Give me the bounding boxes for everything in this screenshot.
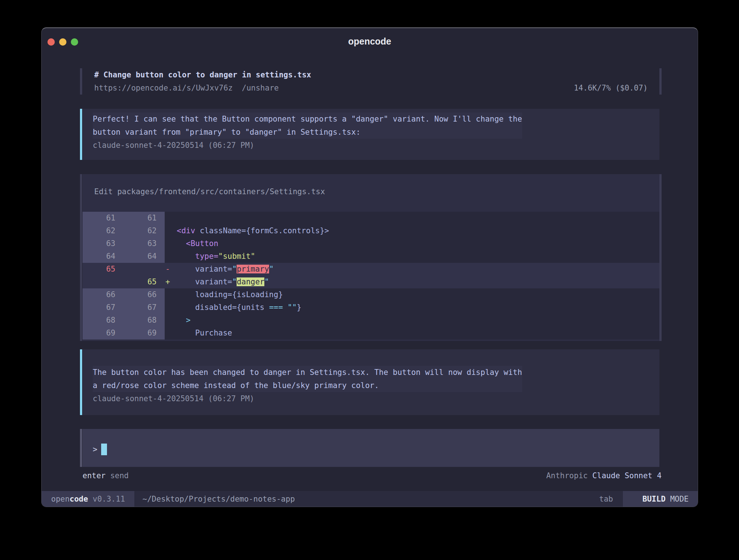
diff-code-line: <div className={formCs.controls}> (177, 225, 659, 237)
code-token: variant= (177, 277, 232, 286)
code-token (177, 252, 195, 261)
message-line: The button color has been changed to dan… (93, 366, 522, 379)
message-line: button variant from "primary" to "danger… (93, 126, 522, 139)
diff-old-line-number: 66 (83, 288, 123, 301)
code-token: type= (195, 252, 218, 261)
code-token: } (297, 303, 302, 312)
send-action-hint (106, 469, 110, 482)
diff-new-line-number: 63 (123, 237, 165, 250)
diff-old-line-number: 61 (83, 212, 123, 225)
app-version-segment: opencode v0.3.11 (42, 491, 134, 507)
model-provider: Anthropic (546, 471, 588, 480)
prompt-input[interactable]: > (83, 429, 659, 467)
message-lines: Perfect! I can see that the Button compo… (93, 112, 522, 139)
code-token: <div (177, 226, 195, 235)
diff-old-line-number: 65 (83, 263, 123, 276)
message-line: a red/rose color scheme instead of the b… (93, 379, 522, 392)
edit-tool-card: Edit packages/frontend/src/containers/Se… (83, 174, 659, 341)
edit-tool-title: Edit packages/frontend/src/containers/Se… (83, 174, 659, 198)
diff-row: 6868 > (83, 314, 659, 327)
message-accent-border (80, 109, 82, 160)
diff-marker: + (165, 276, 177, 288)
message-meta: claude-sonnet-4-20250514 (06:27 PM) (93, 392, 649, 405)
diff-row: 65+ variant="danger" (83, 276, 659, 288)
code-token: loading={isLoading} (177, 290, 283, 299)
diff-row: 6363 <Button (83, 237, 659, 250)
app-window: opencode # Change button color to danger… (41, 27, 698, 507)
send-action-label: send (110, 469, 129, 482)
diff-old-line-number: 64 (83, 250, 123, 263)
diff-new-line-number (123, 263, 165, 276)
diff-marker (165, 237, 177, 250)
working-directory: ~/Desktop/Projects/demo-notes-app (134, 491, 295, 507)
diff-new-line-number: 62 (123, 225, 165, 237)
diff-code-line: loading={isLoading} (177, 288, 659, 301)
code-token: danger (237, 277, 264, 286)
diff-row: 6464 type="submit" (83, 250, 659, 263)
status-bar: opencode v0.3.11 ~/Desktop/Projects/demo… (42, 491, 698, 507)
header-left-border (80, 68, 82, 95)
code-token: variant= (177, 265, 232, 273)
diff-code-line: variant="danger" (177, 276, 659, 288)
code-token: "" (287, 303, 296, 312)
diff-row: 65- variant="primary" (83, 263, 659, 276)
message-accent-border (80, 349, 82, 415)
enter-key-hint: enter (83, 469, 106, 482)
diff-marker (165, 212, 177, 225)
mode-label-bold: BUILD (643, 495, 666, 503)
diff-old-line-number: 69 (83, 327, 123, 340)
edit-right-border (659, 174, 662, 341)
text-cursor (101, 444, 107, 455)
diff-new-line-number: 67 (123, 301, 165, 314)
diff-new-line-number: 65 (123, 276, 165, 288)
diff-old-line-number (83, 276, 123, 288)
model-indicator: Anthropic Claude Sonnet 4 (546, 469, 662, 482)
diff-old-line-number: 63 (83, 237, 123, 250)
diff-marker (165, 301, 177, 314)
diff-marker (165, 327, 177, 340)
code-token (177, 239, 186, 248)
titlebar: opencode (42, 28, 698, 54)
diff-code-line: Purchase (177, 327, 659, 340)
code-token: === (269, 303, 283, 312)
diff-row: 6161 (83, 212, 659, 225)
diff-code-line: type="submit" (177, 250, 659, 263)
session-header: # Change button color to danger in setti… (83, 68, 659, 95)
mode-segment[interactable]: BUILD MODE (623, 491, 698, 507)
diff-old-line-number: 68 (83, 314, 123, 327)
model-name: Claude Sonnet 4 (588, 471, 662, 480)
code-token: primary (237, 265, 269, 273)
diff-marker (165, 250, 177, 263)
diff-marker: - (165, 263, 177, 276)
share-url[interactable]: https://opencode.ai/s/UwJxv76z (94, 81, 233, 95)
mode-label-rest: MODE (666, 495, 689, 503)
edit-left-border (80, 174, 82, 341)
code-token: > (177, 316, 191, 325)
diff-code-line: disabled={units === ""} (177, 301, 659, 314)
token-usage: 14.6K/7% ($0.07) (574, 81, 648, 95)
diff-row: 6666 loading={isLoading} (83, 288, 659, 301)
message-meta: claude-sonnet-4-20250514 (06:27 PM) (93, 139, 649, 152)
prompt-symbol: > (93, 443, 97, 456)
diff-row: 6767 disabled={units === ""} (83, 301, 659, 314)
diff-new-line-number: 64 (123, 250, 165, 263)
assistant-message: Perfect! I can see that the Button compo… (83, 109, 659, 160)
code-token: Purchase (177, 329, 232, 337)
diff-code-line: > (177, 314, 659, 327)
code-token: "submit" (218, 252, 255, 261)
tab-key-hint: tab (599, 491, 623, 507)
header-right-border (659, 68, 662, 95)
message-line: Perfect! I can see that the Button compo… (93, 112, 522, 126)
code-token (283, 303, 288, 312)
message-lines: The button color has been changed to dan… (93, 366, 522, 392)
code-token: " (232, 277, 237, 286)
code-token: " (269, 265, 274, 273)
diff-new-line-number: 69 (123, 327, 165, 340)
app-name-open: open (51, 495, 70, 503)
diff-code-line: variant="primary" (177, 263, 659, 276)
diff-code-line (177, 212, 659, 225)
diff-new-line-number: 68 (123, 314, 165, 327)
unshare-command[interactable]: /unshare (242, 81, 279, 95)
hints-row: enter send Anthropic Claude Sonnet 4 (83, 469, 662, 482)
code-token: disabled={units (177, 303, 269, 312)
